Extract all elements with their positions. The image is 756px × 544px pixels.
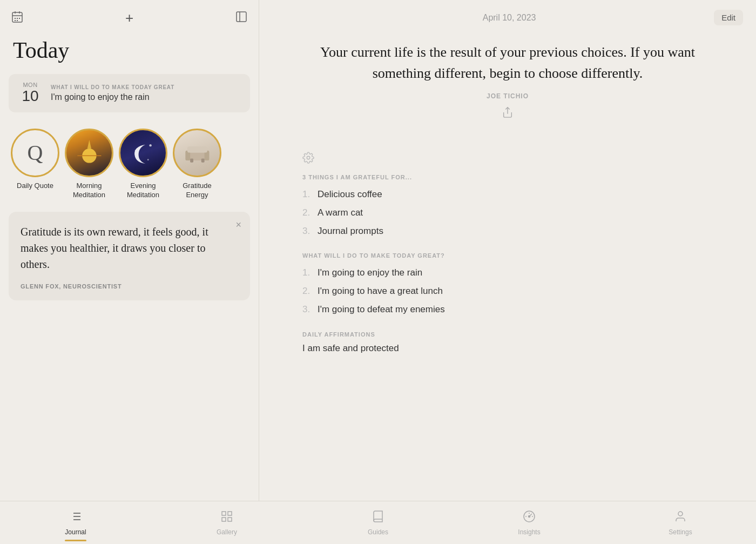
quote-card: × Gratitude is its own reward, it feels …: [9, 212, 250, 300]
circle-label-daily-quote: Daily Quote: [17, 182, 53, 191]
calendar-icon[interactable]: [11, 10, 24, 26]
moon-illustration: [127, 137, 159, 169]
svg-rect-32: [228, 512, 232, 515]
quote-card-author: GLENN FOX, NEUROSCIENTIST: [21, 283, 122, 290]
svg-rect-22: [187, 147, 207, 153]
svg-rect-31: [222, 512, 226, 515]
circle-img-gratitude: [173, 129, 221, 177]
entry-value: I'm going to enjoy the rain: [51, 92, 240, 102]
date-entry-text: What I Will Do to Make Today Great I'm g…: [51, 84, 240, 102]
circles-row: Q Daily Quote MorningMeditation: [0, 123, 259, 205]
svg-rect-4: [15, 18, 16, 19]
gear-icon[interactable]: [302, 152, 713, 166]
affirmations-label: DAILY AFFIRMATIONS: [302, 331, 713, 338]
page-title: Today: [0, 32, 259, 74]
edit-button[interactable]: Edit: [714, 10, 743, 25]
circle-label-morning: MorningMeditation: [73, 182, 105, 200]
date-box: MON 10: [18, 82, 42, 105]
svg-rect-8: [17, 20, 18, 21]
today-great-section: WHAT WILL I DO TO MAKE TODAY GREAT? 1.I'…: [302, 252, 713, 315]
q-icon: Q: [28, 140, 43, 165]
nav-guides-label: Guides: [368, 528, 388, 536]
nav-gallery-label: Gallery: [217, 528, 237, 536]
circle-img-morning: [65, 129, 113, 177]
svg-rect-20: [190, 159, 193, 163]
circle-daily-quote[interactable]: Q Daily Quote: [11, 129, 59, 200]
grateful-item-1: Delicious coffee: [318, 188, 382, 201]
today-item-2: I'm going to have a great lunch: [318, 285, 443, 298]
svg-point-16: [134, 150, 136, 151]
share-icon[interactable]: [302, 106, 713, 121]
nav-insights[interactable]: Insights: [454, 506, 605, 540]
add-button[interactable]: +: [125, 10, 133, 26]
quote-close-button[interactable]: ×: [235, 219, 241, 231]
right-panel: April 10, 2023 Edit Your current life is…: [259, 0, 756, 501]
nav-guides[interactable]: Guides: [302, 506, 454, 540]
circle-morning-meditation[interactable]: MorningMeditation: [65, 129, 113, 200]
couch-illustration: [181, 137, 213, 169]
list-item: 2.I'm going to have a great lunch: [302, 285, 713, 298]
book-icon: [372, 510, 384, 526]
nav-settings[interactable]: Settings: [605, 506, 756, 540]
grateful-item-2: A warm cat: [318, 206, 363, 219]
svg-point-36: [529, 515, 530, 517]
svg-rect-7: [15, 20, 16, 21]
circle-label-evening: EveningMeditation: [127, 182, 159, 200]
list-item: 3.Journal prompts: [302, 225, 713, 238]
circle-img-evening: [119, 129, 167, 177]
today-item-3: I'm going to defeat my enemies: [318, 303, 445, 316]
grateful-label: 3 THINGS I AM GRATEFUL FOR...: [302, 174, 713, 180]
right-header: April 10, 2023 Edit: [259, 0, 756, 31]
circle-img-daily-quote: Q: [11, 129, 59, 177]
daily-quote-text: Your current life is the result of your …: [302, 42, 713, 84]
person-icon: [674, 510, 687, 526]
list-item: 3.I'm going to defeat my enemies: [302, 303, 713, 316]
grid-icon: [220, 510, 233, 526]
circle-gratitude-energy[interactable]: GratitudeEnergy: [173, 129, 221, 200]
svg-rect-33: [222, 518, 226, 521]
list-item: 1.I'm going to enjoy the rain: [302, 266, 713, 279]
gauge-icon: [523, 510, 536, 526]
circle-evening-meditation[interactable]: EveningMeditation: [119, 129, 167, 200]
grateful-item-3: Journal prompts: [318, 225, 383, 238]
nav-journal[interactable]: Journal: [0, 506, 151, 540]
affirmation-text: I am safe and protected: [302, 343, 713, 354]
left-header: +: [0, 0, 259, 32]
right-content: Your current life is the result of your …: [259, 31, 756, 375]
svg-rect-21: [201, 159, 204, 163]
daily-quote-section: Your current life is the result of your …: [302, 42, 713, 121]
affirmations-section: DAILY AFFIRMATIONS I am safe and protect…: [302, 331, 713, 354]
quote-card-text: Gratitude is its own reward, it feels go…: [21, 224, 217, 272]
gratitude-section: 3 THINGS I AM GRATEFUL FOR... 1.Deliciou…: [302, 152, 713, 237]
svg-rect-5: [17, 18, 18, 19]
right-date: April 10, 2023: [305, 13, 714, 23]
day-number: 10: [22, 88, 38, 105]
svg-point-24: [307, 156, 310, 159]
list-icon: [69, 510, 82, 526]
svg-point-14: [149, 144, 151, 146]
left-panel: + Today MON 10 What I Will Do to Make To…: [0, 0, 259, 501]
nav-insights-label: Insights: [518, 528, 540, 536]
circle-label-gratitude: GratitudeEnergy: [183, 182, 211, 200]
app-container: + Today MON 10 What I Will Do to Make To…: [0, 0, 756, 501]
nav-journal-label: Journal: [65, 528, 86, 536]
svg-rect-34: [228, 518, 232, 521]
nav-settings-label: Settings: [669, 528, 692, 536]
sunrise-illustration: [73, 137, 105, 169]
nav-gallery[interactable]: Gallery: [151, 506, 302, 540]
svg-point-37: [678, 512, 683, 516]
svg-point-15: [147, 159, 148, 161]
today-item-1: I'm going to enjoy the rain: [318, 266, 422, 279]
grateful-list: 1.Delicious coffee 2.A warm cat 3.Journa…: [302, 188, 713, 237]
daily-quote-author: JOE TICHIO: [302, 92, 713, 100]
date-entry-card[interactable]: MON 10 What I Will Do to Make Today Grea…: [9, 74, 250, 112]
today-great-list: 1.I'm going to enjoy the rain 2.I'm goin…: [302, 266, 713, 315]
today-great-label: WHAT WILL I DO TO MAKE TODAY GREAT?: [302, 252, 713, 259]
entry-prompt: What I Will Do to Make Today Great: [51, 84, 240, 90]
list-item: 1.Delicious coffee: [302, 188, 713, 201]
sidebar-toggle-icon[interactable]: [235, 10, 248, 26]
svg-rect-6: [19, 18, 20, 19]
svg-marker-12: [87, 140, 91, 149]
bottom-nav: Journal Gallery Guides: [0, 501, 756, 544]
svg-rect-9: [237, 12, 246, 22]
